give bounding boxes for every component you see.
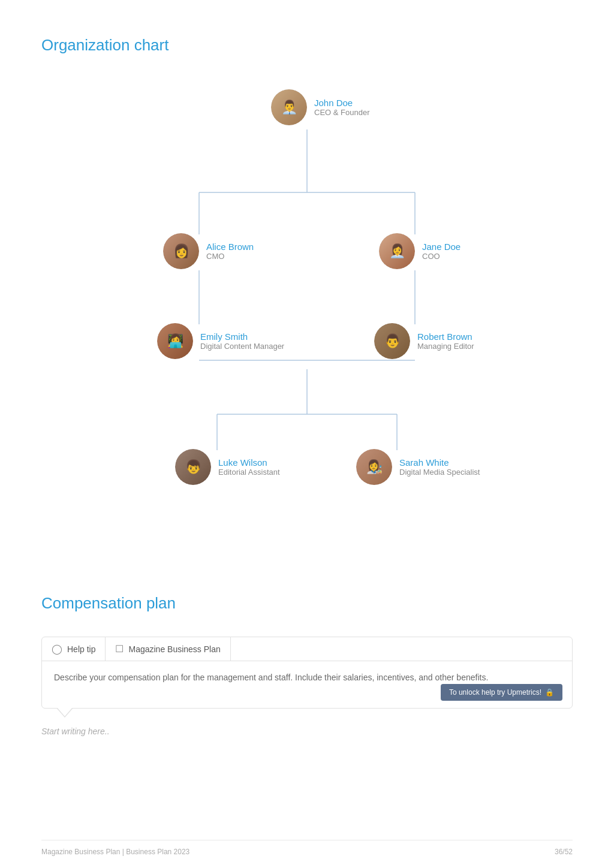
avatar-dms: 👩‍🎨 <box>356 449 392 485</box>
help-body: Describe your compensation plan for the … <box>42 661 572 708</box>
node-info-me: Robert Brown Managing Editor <box>417 331 474 351</box>
magazine-plan-icon: ☐ <box>115 643 124 655</box>
page-footer: Magazine Business Plan | Business Plan 2… <box>41 840 573 856</box>
tab-help-tip-label: Help tip <box>67 644 95 654</box>
compensation-title: Compensation plan <box>41 594 573 613</box>
help-text: Describe your compensation plan for the … <box>54 671 560 684</box>
ceo-name: John Doe <box>314 98 370 108</box>
dcm-name: Emily Smith <box>200 331 284 342</box>
node-info-ea: Luke Wilson Editorial Assistant <box>218 457 280 477</box>
org-chart-tree: 👨‍💼 John Doe CEO & Founder 👩 Alice Brown… <box>97 79 517 546</box>
cmo-role: CMO <box>206 252 254 261</box>
compensation-section: Compensation plan ◯ Help tip ☐ Magazine … <box>41 594 573 736</box>
dcm-role: Digital Content Manager <box>200 342 284 351</box>
avatar-coo: 👩‍💼 <box>379 233 415 269</box>
unlock-label: To unlock help try Upmetrics! <box>449 688 541 697</box>
writing-placeholder[interactable]: Start writing here.. <box>41 727 573 736</box>
avatar-cmo: 👩 <box>163 233 199 269</box>
tab-magazine-plan-label: Magazine Business Plan <box>128 644 220 654</box>
node-cmo: 👩 Alice Brown CMO <box>163 233 254 269</box>
help-tip-icon: ◯ <box>52 643 62 655</box>
avatar-ceo: 👨‍💼 <box>271 89 307 125</box>
dms-role: Digital Media Specialist <box>399 468 480 477</box>
me-name: Robert Brown <box>417 331 474 342</box>
ea-name: Luke Wilson <box>218 457 280 468</box>
coo-name: Jane Doe <box>422 242 460 252</box>
tab-help-tip[interactable]: ◯ Help tip <box>42 637 106 661</box>
tab-magazine-plan[interactable]: ☐ Magazine Business Plan <box>106 637 230 661</box>
help-arrow <box>56 708 73 718</box>
cmo-name: Alice Brown <box>206 242 254 252</box>
node-info-dms: Sarah White Digital Media Specialist <box>399 457 480 477</box>
node-ceo: 👨‍💼 John Doe CEO & Founder <box>271 89 370 125</box>
node-dms: 👩‍🎨 Sarah White Digital Media Specialist <box>356 449 480 485</box>
lock-icon: 🔒 <box>545 688 554 697</box>
avatar-initials-ceo: 👨‍💼 <box>281 100 297 115</box>
footer-right: 36/52 <box>555 848 573 856</box>
node-info-cmo: Alice Brown CMO <box>206 242 254 261</box>
node-coo: 👩‍💼 Jane Doe COO <box>379 233 460 269</box>
unlock-button[interactable]: To unlock help try Upmetrics! 🔒 <box>441 684 562 701</box>
dms-name: Sarah White <box>399 457 480 468</box>
node-info-ceo: John Doe CEO & Founder <box>314 98 370 117</box>
coo-role: COO <box>422 252 460 261</box>
node-me: 👨 Robert Brown Managing Editor <box>374 323 474 359</box>
node-ea: 👦 Luke Wilson Editorial Assistant <box>175 449 280 485</box>
ea-role: Editorial Assistant <box>218 468 280 477</box>
node-dcm: 👩‍💻 Emily Smith Digital Content Manager <box>157 323 284 359</box>
me-role: Managing Editor <box>417 342 474 351</box>
org-chart-title: Organization chart <box>41 36 573 55</box>
node-info-coo: Jane Doe COO <box>422 242 460 261</box>
ceo-role: CEO & Founder <box>314 108 370 117</box>
footer-left: Magazine Business Plan | Business Plan 2… <box>41 848 189 856</box>
avatar-ea: 👦 <box>175 449 211 485</box>
node-info-dcm: Emily Smith Digital Content Manager <box>200 331 284 351</box>
org-chart-section: Organization chart <box>41 36 573 546</box>
help-tabs: ◯ Help tip ☐ Magazine Business Plan <box>42 637 572 661</box>
avatar-dcm: 👩‍💻 <box>157 323 193 359</box>
avatar-me: 👨 <box>374 323 410 359</box>
help-box: ◯ Help tip ☐ Magazine Business Plan Desc… <box>41 637 573 709</box>
